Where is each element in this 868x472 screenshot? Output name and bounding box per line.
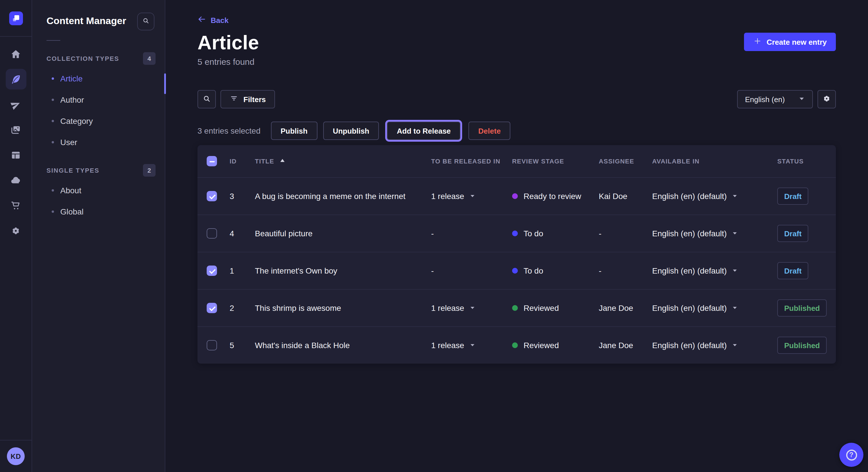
row-checkbox[interactable] <box>207 228 217 239</box>
select-all-checkbox[interactable] <box>207 156 217 166</box>
nav-cloud-button[interactable] <box>5 170 26 191</box>
unpublish-button[interactable]: Unpublish <box>323 122 379 140</box>
cell-id: 5 <box>229 341 255 350</box>
cell-locale-dropdown[interactable]: English (en) (default) <box>652 303 738 312</box>
stage-dot-icon <box>512 231 518 236</box>
cell-assignee: Jane Doe <box>599 341 652 350</box>
cell-review-stage: To do <box>512 229 599 238</box>
cell-locale-dropdown[interactable]: English (en) (default) <box>652 229 738 238</box>
stage-dot-icon <box>512 268 518 274</box>
stage-dot-icon <box>512 305 518 311</box>
bullet-icon <box>52 189 54 191</box>
column-header-title[interactable]: TITLE <box>255 158 431 165</box>
sidebar-divider <box>46 40 60 41</box>
table-row: 1The internet's Own boy-To do-English (e… <box>197 252 836 289</box>
table-header-row: ID TITLE TO BE RELEASED IN REVIEW STAGE … <box>197 145 836 177</box>
bullet-icon <box>52 120 54 122</box>
stage-dot-icon <box>512 342 518 348</box>
chevron-down-icon <box>732 231 738 236</box>
table-row: 2This shrimp is awesome1 releaseReviewed… <box>197 289 836 326</box>
column-header-status[interactable]: STATUS <box>777 158 827 165</box>
cell-release-dropdown[interactable]: 1 release <box>431 303 475 312</box>
cell-title[interactable]: What's inside a Black Hole <box>255 341 431 350</box>
chevron-down-icon <box>469 305 475 311</box>
row-checkbox[interactable] <box>207 266 217 276</box>
bullet-icon <box>52 77 54 79</box>
status-badge: Draft <box>777 188 809 205</box>
filter-icon <box>229 94 238 104</box>
entries-count: 5 entries found <box>197 57 836 67</box>
bullet-icon <box>52 98 54 101</box>
create-new-entry-button[interactable]: Create new entry <box>744 33 836 51</box>
sidebar-item-label: Article <box>60 74 83 83</box>
sidebar-item-author[interactable]: Author <box>32 89 165 110</box>
view-settings-button[interactable] <box>817 90 836 108</box>
cell-assignee: Kai Doe <box>599 192 652 201</box>
strapi-logo-icon[interactable] <box>9 11 23 25</box>
chevron-down-icon <box>732 268 738 274</box>
row-checkbox[interactable] <box>207 303 217 313</box>
bullet-icon <box>52 141 54 143</box>
nav-rail: KD <box>0 0 32 472</box>
sidebar-item-about[interactable]: About <box>32 179 165 201</box>
status-badge: Published <box>777 337 827 354</box>
filters-button[interactable]: Filters <box>220 90 275 108</box>
cell-id: 4 <box>229 229 255 238</box>
cell-title[interactable]: The internet's Own boy <box>255 266 431 275</box>
cell-title[interactable]: Beautiful picture <box>255 229 431 238</box>
sidebar-item-global[interactable]: Global <box>32 201 165 222</box>
table-row: 4Beautiful picture-To do-English (en) (d… <box>197 214 836 252</box>
cell-release-dropdown[interactable]: 1 release <box>431 341 475 350</box>
search-icon <box>202 94 211 105</box>
column-header-id[interactable]: ID <box>229 158 255 165</box>
sidebar-item-category[interactable]: Category <box>32 110 165 131</box>
chevron-down-icon <box>469 193 475 199</box>
avatar[interactable]: KD <box>7 447 25 465</box>
nav-layout-button[interactable] <box>5 144 26 165</box>
column-header-available-in[interactable]: AVAILABLE IN <box>652 158 777 165</box>
cell-locale-dropdown[interactable]: English (en) (default) <box>652 192 738 201</box>
sidebar-item-user[interactable]: User <box>32 131 165 153</box>
nav-send-button[interactable] <box>5 94 26 115</box>
gear-icon <box>10 225 21 236</box>
table-body: 3A bug is becoming a meme on the interne… <box>197 177 836 364</box>
section-label: SINGLE TYPES <box>46 167 99 174</box>
nav-gear-button[interactable] <box>5 220 26 241</box>
nav-home-button[interactable] <box>5 43 26 64</box>
sidebar-sections: COLLECTION TYPES4ArticleAuthorCategoryUs… <box>32 52 165 222</box>
cell-locale-dropdown[interactable]: English (en) (default) <box>652 341 738 350</box>
feather-icon <box>10 74 21 85</box>
cell-id: 2 <box>229 303 255 312</box>
publish-button[interactable]: Publish <box>271 122 317 140</box>
status-badge: Draft <box>777 225 809 242</box>
column-header-released[interactable]: TO BE RELEASED IN <box>431 158 512 165</box>
help-button[interactable]: ? <box>839 443 863 467</box>
nav-media-button[interactable] <box>5 119 26 140</box>
chevron-down-icon <box>469 342 475 348</box>
content-manager-sidebar: Content Manager COLLECTION TYPES4Article… <box>32 0 165 472</box>
sidebar-title: Content Manager <box>46 15 126 27</box>
sidebar-item-article[interactable]: Article <box>32 68 165 89</box>
nav-feather-button[interactable] <box>5 69 26 90</box>
cell-title[interactable]: This shrimp is awesome <box>255 303 431 312</box>
column-header-review-stage[interactable]: REVIEW STAGE <box>512 158 599 165</box>
delete-button[interactable]: Delete <box>468 122 510 140</box>
row-checkbox[interactable] <box>207 340 217 350</box>
sidebar-item-label: Category <box>60 116 93 125</box>
search-icon <box>142 16 150 26</box>
add-to-release-button[interactable]: Add to Release <box>387 122 460 140</box>
row-checkbox[interactable] <box>207 191 217 201</box>
column-header-assignee[interactable]: ASSIGNEE <box>599 158 652 165</box>
table-row: 3A bug is becoming a meme on the interne… <box>197 177 836 214</box>
cell-locale-dropdown[interactable]: English (en) (default) <box>652 266 738 275</box>
cell-assignee: - <box>599 266 652 275</box>
back-link[interactable]: Back <box>197 15 228 25</box>
sidebar-item-label: Author <box>60 95 84 104</box>
cell-release-dropdown[interactable]: 1 release <box>431 192 475 201</box>
locale-select[interactable]: English (en) <box>737 90 813 108</box>
nav-cart-button[interactable] <box>5 195 26 216</box>
cell-title[interactable]: A bug is becoming a meme on the internet <box>255 192 431 201</box>
search-button[interactable] <box>197 90 216 108</box>
sidebar-search-button[interactable] <box>137 12 154 30</box>
chevron-down-icon <box>799 95 805 103</box>
